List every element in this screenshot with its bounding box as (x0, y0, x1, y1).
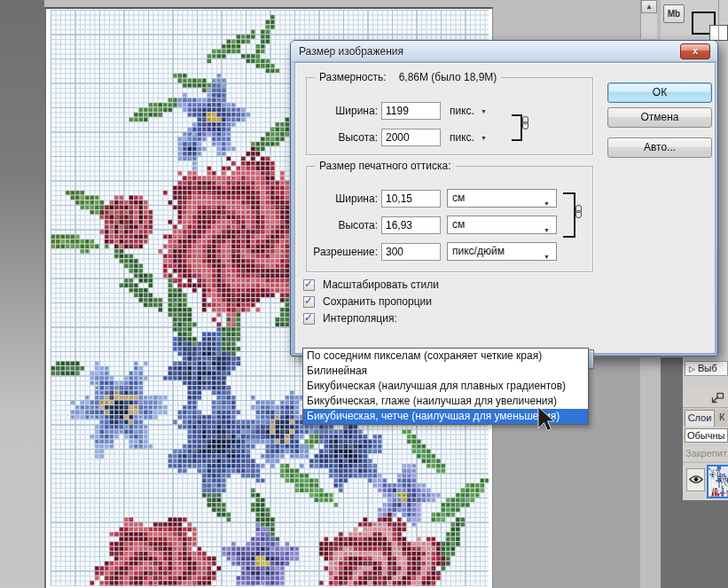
ok-button[interactable]: ОК (607, 82, 712, 103)
dialog-body: Размерность:6,86М (было 18,9М) Ширина: п… (294, 62, 716, 354)
triangle-icon: ▷ (689, 363, 695, 376)
print-link-bracket (563, 192, 575, 238)
pixel-link-bracket (512, 114, 522, 141)
print-height-label: Высота: (301, 216, 378, 234)
resample-row: ✓ Интерполяция: (303, 312, 525, 326)
cancel-button[interactable]: Отмена (607, 107, 712, 128)
workspace-left-strip (0, 0, 44, 588)
print-height-input[interactable] (381, 216, 441, 234)
panel-tabs: Слои К (683, 409, 728, 427)
select-panel-header[interactable]: ▷Выб (685, 361, 728, 376)
resolution-unit-select[interactable]: пикс/дюйм▼ (447, 242, 557, 261)
vertical-scrollbar[interactable]: ▲ (640, 0, 657, 39)
select-panel-label: Выб (698, 363, 717, 373)
scale-styles-row: ✓ Масштабировать стили (303, 278, 525, 293)
layers-panel-area: ▷Выб Слои К Обычны Закрепит (661, 357, 728, 588)
print-height-unit: см (452, 218, 465, 231)
print-height-unit-select[interactable]: см▼ (447, 216, 557, 234)
image-size-dialog: Размер изображения x Размерность:6,86М (… (290, 40, 718, 357)
print-width-unit: см (452, 192, 465, 204)
blend-mode-row: Обычны (683, 427, 728, 444)
tab-channels-partial[interactable]: К (719, 412, 724, 422)
tab-layers[interactable]: Слои (685, 410, 715, 427)
dropdown-item[interactable]: Билинейная (303, 364, 588, 379)
auto-button[interactable]: Авто... (607, 137, 712, 158)
print-size-legend: Размер печатного оттиска: (315, 160, 456, 172)
pixel-width-input[interactable] (381, 102, 441, 120)
chevron-down-icon: ▼ (481, 135, 487, 141)
photoshop-workspace: ▲ Mb ▷Выб Слои К Обычны (0, 0, 728, 588)
dropdown-item[interactable]: По соседним пикселам (сохраняет четкие к… (303, 349, 588, 364)
panel-header-bar (683, 388, 728, 408)
dropdown-item[interactable]: Бикубическая (наилучшая для плавных град… (303, 379, 588, 394)
interpolation-dropdown-list: По соседним пикселам (сохраняет четкие к… (302, 348, 589, 425)
scale-styles-checkbox[interactable]: ✓ (303, 279, 315, 291)
dimensions-value: 6,86М (было 18,9М) (399, 71, 497, 83)
lock-label: Закрепит (683, 446, 728, 460)
dialog-title: Размер изображения (299, 45, 403, 58)
pixel-width-unit-select[interactable]: пикс.▼ (450, 102, 487, 121)
chevron-down-icon: ▼ (544, 195, 550, 212)
check-icon: ✓ (304, 294, 313, 307)
resolution-unit: пикс/дюйм (452, 245, 505, 257)
pixel-width-unit: пикс. (450, 105, 474, 117)
print-size-label: Размер печатного оттиска: (319, 160, 451, 172)
resolution-label: Разрешение: (301, 243, 378, 261)
check-icon: ✓ (304, 311, 313, 324)
pixel-width-label: Ширина: (301, 102, 378, 120)
dimensions-legend: Размерность:6,86М (было 18,9М) (315, 71, 501, 83)
layers-panel-content: ▷Выб Слои К Обычны Закрепит (683, 357, 728, 500)
dimensions-label: Размерность: (319, 71, 387, 83)
scrollbar-up-button[interactable]: ▲ (641, 0, 657, 13)
scale-styles-label: Масштабировать стили (323, 278, 439, 292)
print-width-input[interactable] (381, 190, 441, 208)
chevron-down-icon: ▼ (544, 222, 550, 239)
chevron-down-icon: ▼ (481, 108, 487, 114)
resample-label: Интерполяция: (323, 312, 397, 325)
dropdown-item-selected[interactable]: Бикубическая, четче (наилучшая для умень… (303, 409, 588, 424)
dialog-titlebar[interactable]: Размер изображения x (291, 41, 717, 62)
print-width-label: Ширина: (301, 190, 378, 208)
blend-mode-select[interactable]: Обычны (685, 428, 728, 443)
constrain-proportions-row: ✓ Сохранить пропорции (303, 295, 525, 310)
close-button[interactable]: x (680, 43, 710, 59)
link-chain-icon (575, 205, 583, 218)
pixel-height-unit-select[interactable]: пикс.▼ (450, 129, 487, 147)
layer-thumbnail[interactable] (707, 465, 728, 498)
bridge-button[interactable]: Mb (663, 4, 685, 23)
constrain-proportions-label: Сохранить пропорции (323, 295, 432, 309)
resample-checkbox[interactable]: ✓ (303, 313, 315, 325)
eye-icon (689, 474, 703, 484)
pixel-height-input[interactable] (381, 129, 441, 146)
collapse-panel-icon[interactable] (710, 392, 724, 404)
check-icon: ✓ (304, 278, 313, 290)
resolution-input[interactable] (381, 243, 441, 261)
pixel-height-label: Высота: (301, 129, 378, 146)
link-chain-icon (522, 116, 530, 129)
layer-thumbnail-image (708, 466, 728, 497)
layer-visibility-toggle[interactable] (686, 468, 705, 491)
panel-separator (718, 0, 719, 40)
dropdown-item[interactable]: Бикубическая, глаже (наилучшая для увели… (303, 394, 588, 409)
constrain-proportions-checkbox[interactable]: ✓ (303, 296, 315, 308)
pixel-height-unit: пикс. (450, 131, 474, 144)
layer-row[interactable] (683, 462, 728, 500)
print-width-unit-select[interactable]: см▼ (447, 189, 557, 208)
chevron-down-icon: ▼ (544, 248, 550, 265)
